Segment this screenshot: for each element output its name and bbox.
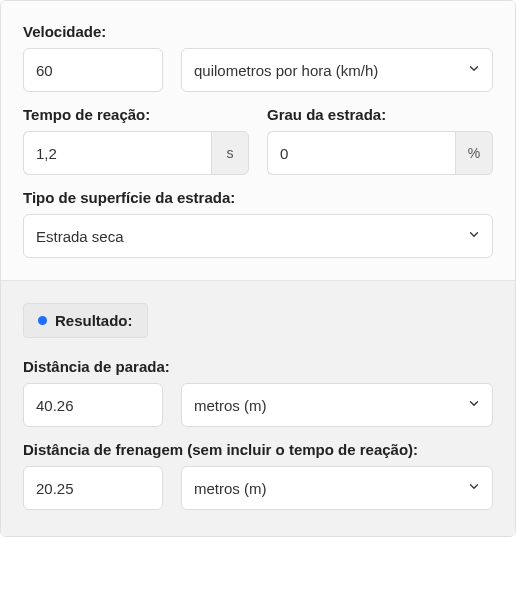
grade-unit-addon: %	[455, 131, 493, 175]
speed-label: Velocidade:	[23, 23, 493, 40]
result-heading: Resultado:	[55, 312, 133, 329]
stopping-distance-output[interactable]	[23, 383, 163, 427]
braking-distance-output[interactable]	[23, 466, 163, 510]
road-grade-input[interactable]	[267, 131, 455, 175]
reaction-unit-addon: s	[211, 131, 249, 175]
inputs-section: Velocidade: quilometros por hora (km/h) …	[1, 1, 515, 280]
result-heading-chip: Resultado:	[23, 303, 148, 338]
result-dot-icon	[38, 316, 47, 325]
surface-type-select[interactable]: Estrada seca	[23, 214, 493, 258]
reaction-time-input[interactable]	[23, 131, 211, 175]
braking-distance-unit-select[interactable]: metros (m)	[181, 466, 493, 510]
grade-label: Grau da estrada:	[267, 106, 493, 123]
stopping-distance-label: Distância de parada:	[23, 358, 493, 375]
results-section: Resultado: Distância de parada: metros (…	[1, 280, 515, 536]
speed-unit-select[interactable]: quilometros por hora (km/h)	[181, 48, 493, 92]
stopping-distance-unit-select[interactable]: metros (m)	[181, 383, 493, 427]
braking-distance-label: Distância de frenagem (sem incluir o tem…	[23, 441, 493, 458]
speed-input[interactable]	[23, 48, 163, 92]
reaction-label: Tempo de reação:	[23, 106, 249, 123]
surface-label: Tipo de superfície da estrada:	[23, 189, 493, 206]
stopping-distance-form: Velocidade: quilometros por hora (km/h) …	[0, 0, 516, 537]
